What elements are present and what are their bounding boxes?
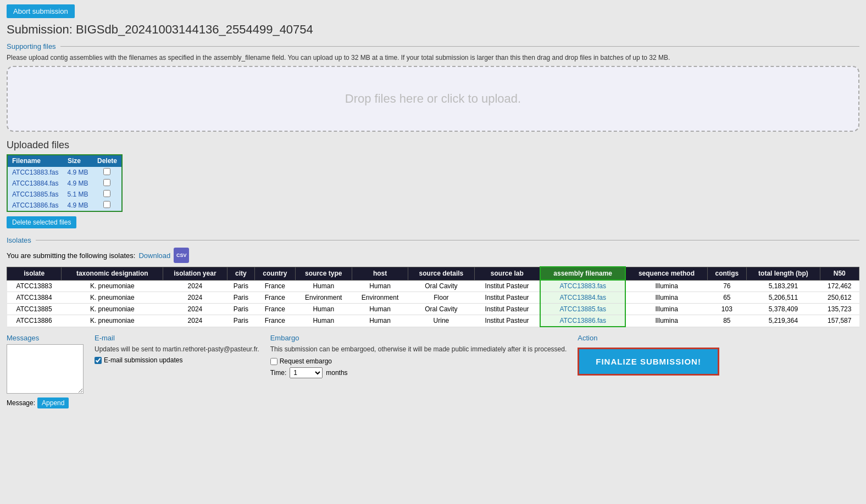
embargo-checkbox-label: Request embargo	[280, 357, 332, 365]
cell-5: Environment	[295, 292, 352, 304]
supporting-files-divider: Supporting files	[7, 42, 859, 51]
embargo-checkbox[interactable]	[270, 358, 277, 365]
cell-12: 5,206,511	[747, 292, 820, 304]
cell-4: France	[255, 280, 295, 292]
delete-checkbox[interactable]	[103, 168, 110, 175]
cell-2: 2024	[163, 280, 227, 292]
cell-9: ATCC13885.fas	[540, 304, 625, 315]
cell-9: ATCC13883.fas	[540, 280, 625, 292]
file-name: ATCC13886.fas	[7, 200, 63, 211]
abort-submission-button[interactable]: Abort submission	[7, 4, 75, 18]
cell-11: 76	[707, 280, 747, 292]
cell-6: Human	[352, 304, 408, 315]
cell-10: Illumina	[625, 304, 707, 315]
page-wrapper: Abort submission Submission: BIGSdb_2024…	[0, 0, 866, 504]
cell-13: 172,462	[820, 280, 859, 292]
isolates-label: Isolates	[7, 236, 36, 244]
table-row: ATCC13885.fas 5.1 MB	[7, 189, 122, 200]
uploaded-files-title: Uploaded files	[7, 139, 859, 151]
table-row: ATCC13886.fas 4.9 MB	[7, 200, 122, 211]
cell-8: Institut Pasteur	[474, 280, 540, 292]
cell-11: 103	[707, 304, 747, 315]
delete-checkbox[interactable]	[103, 201, 110, 208]
cell-3: Paris	[227, 292, 255, 304]
uploaded-files-table: Filename Size Delete ATCC13883.fas 4.9 M…	[7, 154, 123, 212]
delete-selected-button[interactable]: Delete selected files	[7, 216, 76, 228]
delete-col	[93, 178, 123, 189]
embargo-label: Embargo	[270, 334, 567, 342]
cell-12: 5,378,409	[747, 304, 820, 315]
email-label: E-mail	[95, 334, 259, 342]
delete-checkbox[interactable]	[103, 179, 110, 186]
col-delete: Delete	[93, 155, 123, 167]
action-section: Action FINALIZE SUBMISSION!	[578, 334, 859, 376]
cell-13: 135,723	[820, 304, 859, 315]
col-contigs: contigs	[707, 267, 747, 280]
col-filename: Filename	[7, 155, 63, 167]
col-total-length-(bp): total length (bp)	[747, 267, 820, 280]
cell-9: ATCC13886.fas	[540, 315, 625, 327]
col-source-details: source details	[408, 267, 475, 280]
delete-col	[93, 167, 123, 178]
col-N50: N50	[820, 267, 859, 280]
message-label: Message:	[7, 399, 35, 407]
cell-13: 250,612	[820, 292, 859, 304]
cell-11: 65	[707, 292, 747, 304]
file-drop-zone[interactable]: Drop files here or click to upload.	[7, 66, 859, 132]
supporting-files-description: Please upload contig assemblies with the…	[7, 54, 721, 61]
csv-icon: CSV	[174, 248, 189, 263]
cell-7: Oral Cavity	[408, 280, 475, 292]
bottom-section: Messages Message: Append E-mail Updates …	[7, 334, 859, 408]
file-name: ATCC13884.fas	[7, 178, 63, 189]
messages-section: Messages Message: Append	[7, 334, 84, 408]
download-row: You are submitting the following isolate…	[7, 248, 859, 263]
embargo-time-select[interactable]: 123612	[290, 367, 323, 378]
download-link[interactable]: Download	[138, 251, 170, 260]
cell-0: ATCC13886	[7, 315, 62, 327]
delete-col	[93, 200, 123, 211]
messages-label: Messages	[7, 334, 84, 342]
email-checkbox-row: E-mail submission updates	[95, 356, 259, 364]
cell-4: France	[255, 304, 295, 315]
cell-5: Human	[295, 315, 352, 327]
cell-1: K. pneumoniae	[62, 315, 163, 327]
divider-line-2	[36, 240, 859, 240]
cell-2: 2024	[163, 292, 227, 304]
finalize-submission-button[interactable]: FINALIZE SUBMISSION!	[578, 348, 719, 376]
embargo-section: Embargo This submission can be embargoed…	[270, 334, 567, 378]
page-title: Submission: BIGSdb_20241003144136_255449…	[7, 23, 859, 37]
cell-0: ATCC13883	[7, 280, 62, 292]
cell-12: 5,219,364	[747, 315, 820, 327]
isolates-table: isolatetaxonomic designationisolation ye…	[7, 266, 859, 327]
embargo-check-row: Request embargo	[270, 357, 567, 365]
message-row: Message: Append	[7, 397, 84, 408]
file-size: 4.9 MB	[63, 200, 93, 211]
email-update-text: Updates will be sent to martin.rethoret-…	[95, 345, 259, 353]
cell-8: Institut Pasteur	[474, 292, 540, 304]
cell-13: 157,587	[820, 315, 859, 327]
cell-10: Illumina	[625, 315, 707, 327]
cell-3: Paris	[227, 304, 255, 315]
file-size: 5.1 MB	[63, 189, 93, 200]
cell-6: Human	[352, 280, 408, 292]
email-checkbox-label: E-mail submission updates	[104, 356, 182, 364]
cell-6: Environment	[352, 292, 408, 304]
col-isolation-year: isolation year	[163, 267, 227, 280]
file-name: ATCC13885.fas	[7, 189, 63, 200]
embargo-description: This submission can be embargoed, otherw…	[270, 345, 567, 353]
messages-textarea[interactable]	[7, 344, 84, 394]
supporting-files-label: Supporting files	[7, 42, 60, 51]
time-label: Time:	[270, 369, 287, 377]
email-checkbox[interactable]	[95, 357, 102, 364]
append-button[interactable]: Append	[37, 397, 69, 408]
cell-6: Human	[352, 315, 408, 327]
col-city: city	[227, 267, 255, 280]
cell-5: Human	[295, 280, 352, 292]
delete-checkbox[interactable]	[103, 190, 110, 197]
col-host: host	[352, 267, 408, 280]
table-row: ATCC13885K. pneumoniae2024ParisFranceHum…	[7, 304, 859, 315]
cell-1: K. pneumoniae	[62, 292, 163, 304]
cell-1: K. pneumoniae	[62, 280, 163, 292]
action-label: Action	[578, 334, 597, 342]
table-row: ATCC13884.fas 4.9 MB	[7, 178, 122, 189]
